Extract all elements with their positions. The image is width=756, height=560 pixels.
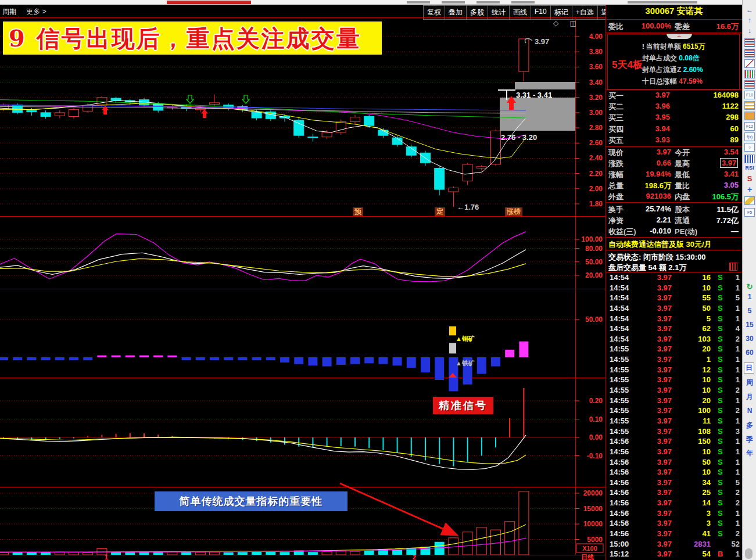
sidebar-period-季[interactable]: 季	[743, 435, 756, 444]
circle-icon[interactable]: ○	[744, 143, 755, 152]
tape-row: 14:543.9762S4	[606, 324, 742, 335]
tape-row: 14:553.9711S1	[606, 417, 742, 427]
up-arrow-icon[interactable]: ↑	[743, 16, 756, 24]
f12-icon[interactable]: F12	[744, 122, 755, 131]
tape-row: 14:563.9725S2	[606, 488, 742, 498]
sidebar-period-5[interactable]: 5	[743, 307, 756, 315]
svg-text:2: 2	[413, 554, 416, 560]
svg-text:3.00: 3.00	[589, 109, 603, 117]
svg-text:1: 1	[105, 554, 108, 560]
tape-row: 14:553.97100S2	[606, 406, 742, 417]
sidebar-period-周[interactable]: 周	[743, 378, 756, 387]
clipped-menu-strip	[0, 0, 756, 5]
quote-board-icon[interactable]	[744, 80, 755, 89]
svg-text:←1.76: ←1.76	[457, 203, 479, 211]
tape-row: 14:553.9720S1	[606, 344, 742, 355]
event-tag-zhangbang[interactable]: 涨榜	[505, 207, 522, 216]
trading-terminal-window: 周期 更多 > 复权叠加多股统计画线F10标记+自选返回 ◇ ◫ 9 信号出现后…	[0, 0, 756, 560]
report-check-icon[interactable]	[744, 38, 755, 47]
tree-icon[interactable]	[744, 101, 755, 110]
f10-icon[interactable]: F10	[744, 91, 755, 99]
svg-text:15000: 15000	[583, 505, 603, 513]
refresh-icon[interactable]: ↻	[743, 282, 756, 291]
svg-text:50.00: 50.00	[585, 258, 603, 266]
svg-text:1.80: 1.80	[589, 200, 603, 208]
stock-title: 300067 安诺其	[606, 6, 742, 17]
svg-text:3.60: 3.60	[589, 63, 603, 71]
svg-text:3.97: 3.97	[535, 37, 549, 46]
svg-text:0.10: 0.10	[589, 415, 603, 423]
pencil-icon[interactable]	[744, 196, 755, 205]
svg-text:日线: 日线	[581, 554, 594, 560]
view-toggle-icons[interactable]: ◇ ◫	[553, 19, 581, 27]
chart-toolbar: 周期 更多 > 复权叠加多股统计画线F10标记+自选返回	[0, 5, 605, 18]
headline-banner: 9 信号出现后，重点关注成交量	[3, 21, 382, 55]
fx-icon[interactable]: f(x)	[744, 132, 755, 141]
svg-text:80.00: 80.00	[585, 245, 603, 253]
rsi-indicator-button[interactable]: RSI	[743, 165, 756, 171]
tape-row: 14:563.973S1	[606, 509, 742, 519]
svg-text:2.00: 2.00	[589, 185, 603, 193]
tape-row: 15:003.97283152	[606, 540, 742, 550]
svg-text:▲铜矿: ▲铜矿	[456, 335, 475, 342]
sidebar-period-N[interactable]: N	[743, 407, 756, 415]
svg-text:2.40: 2.40	[589, 154, 603, 162]
sidebar-period-1[interactable]: 1	[743, 293, 756, 301]
report-icon[interactable]	[744, 49, 755, 58]
svg-text:3.80: 3.80	[589, 48, 603, 56]
sidebar-period-日[interactable]: 日	[744, 362, 754, 374]
svg-text:5000: 5000	[587, 536, 603, 544]
sidebar-period-15[interactable]: 15	[743, 321, 756, 329]
tape-row: 14:553.9712S1	[606, 365, 742, 376]
event-tag-yu[interactable]: 预	[353, 207, 363, 216]
tape-row: 14:553.9720S1	[606, 396, 742, 407]
svg-text:0.20: 0.20	[589, 397, 603, 405]
right-sidebar: ←↑↓F10F12f(x)○RSIS+F5↻15153060日周月N多季年	[742, 0, 756, 560]
svg-text:4.00: 4.00	[589, 33, 603, 41]
svg-text:-0.10: -0.10	[587, 452, 603, 460]
trade-status: 交易状态: 闭市阶段 15:30:00	[608, 252, 706, 263]
period-menu[interactable]: 周期	[2, 8, 16, 16]
wave-icon[interactable]	[744, 155, 755, 163]
tape-row: 14:553.9710S2	[606, 386, 742, 396]
tape-row: 14:563.9710S1	[606, 468, 742, 478]
sidebar-scrollbar[interactable]	[745, 548, 753, 559]
doc-icon[interactable]	[744, 112, 755, 120]
more-menu[interactable]: 更多 >	[26, 8, 46, 16]
tape-row: 14:543.9750S1	[606, 304, 742, 314]
kline-icon[interactable]	[744, 70, 755, 78]
tape-row: 14:563.97150S1	[606, 437, 742, 447]
mini-chart-icon[interactable]	[729, 263, 737, 271]
tape-row: 14:543.97103S2	[606, 335, 742, 345]
down-arrow-icon[interactable]: ↓	[743, 27, 756, 35]
f5-icon[interactable]: F5	[744, 208, 755, 217]
back-arrow-icon[interactable]: ←	[743, 6, 756, 14]
tape-row: 15:123.9754B1	[606, 550, 742, 560]
sidebar-period-年[interactable]: 年	[743, 448, 756, 458]
svg-text:2.60: 2.60	[589, 139, 603, 147]
sidebar-period-60[interactable]: 60	[743, 349, 756, 357]
svg-text:50.00: 50.00	[585, 315, 603, 324]
tape-row: 14:543.9716S1	[606, 273, 742, 283]
tape-row: 14:553.97108S3	[606, 427, 742, 437]
svg-text:▲铁矿: ▲铁矿	[456, 360, 475, 367]
svg-text:10000: 10000	[583, 520, 603, 528]
menu-fragment	[442, 1, 465, 3]
svg-text:2.76 - 3.20: 2.76 - 3.20	[501, 133, 537, 142]
move-cross-icon[interactable]: +	[743, 185, 756, 194]
sidebar-period-月[interactable]: 月	[743, 392, 756, 402]
event-tag-ding[interactable]: 定	[435, 207, 445, 216]
svg-text:2.80: 2.80	[589, 124, 603, 132]
svg-text:X100: X100	[582, 545, 597, 552]
limit-streak-tag: 5天4板	[612, 58, 643, 71]
tape-row: 14:563.9714S2	[606, 498, 742, 509]
sidebar-period-多[interactable]: 多	[743, 421, 756, 430]
tape-row: 14:563.9710S1	[606, 447, 742, 458]
menu-fragment	[407, 1, 430, 3]
sidebar-period-30[interactable]: 30	[743, 335, 756, 343]
tape-row: 14:553.9710S1	[606, 375, 742, 386]
tape-row: 14:543.9710S1	[606, 283, 742, 294]
subscription-note: 自动续费通达信普及版 30元/月	[608, 239, 712, 250]
s-logo-icon[interactable]: S	[743, 174, 756, 183]
line-chart-icon[interactable]	[744, 59, 755, 68]
